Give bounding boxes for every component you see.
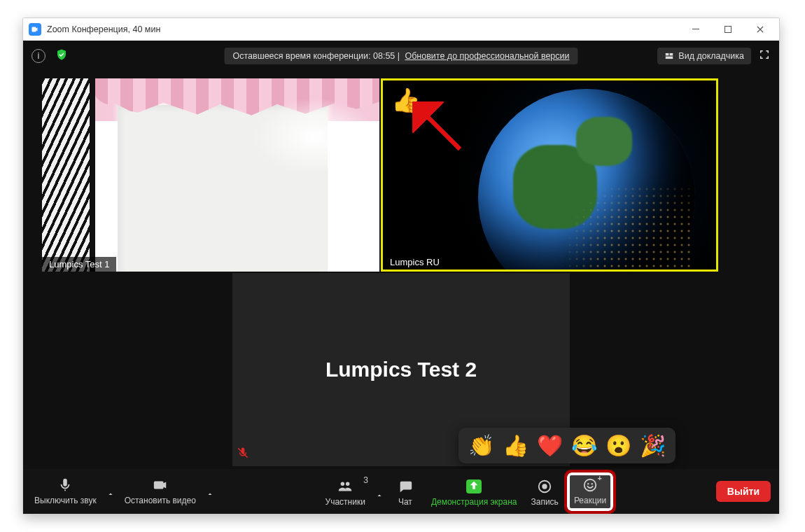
chat-label: Чат [398,497,412,507]
participants-chevron[interactable] [372,491,386,512]
meeting-stage: i Оставшееся время конференции: 08:55 | … [23,41,779,514]
reaction-heart[interactable]: ❤️ [537,433,563,458]
video-grid: Lumpics Test 1 👍 Lumpics RU [23,78,779,466]
mute-label: Выключить звук [34,496,97,505]
reaction-open-mouth[interactable]: 😮 [606,433,631,458]
reaction-thumbs-up[interactable]: 👍 [503,433,528,458]
video-tile-1[interactable]: Lumpics Test 1 [42,78,379,272]
record-label: Запись [531,497,559,507]
mute-button[interactable]: Выключить звук [27,472,104,511]
video-tile-2[interactable]: 👍 Lumpics RU [381,78,718,272]
chat-icon [398,478,413,495]
meeting-toolbar: Выключить звук Остановить видео 3 Участн… [23,469,779,514]
microphone-icon [57,477,73,493]
close-button[interactable] [744,18,776,41]
share-screen-button[interactable]: Демонстрация экрана [424,474,524,512]
participants-count-badge: 3 [363,475,368,485]
titlebar: Zoom Конференция, 40 мин [23,18,779,41]
fullscreen-icon[interactable] [758,48,771,64]
top-overlay-bar: i Оставшееся время конференции: 08:55 | … [23,46,779,66]
window-controls [680,18,776,41]
encryption-shield-icon[interactable] [55,48,68,64]
svg-rect-1 [725,27,732,33]
participant-name-tag: Lumpics Test 1 [42,257,116,272]
participants-label: Участники [326,497,365,507]
participants-icon [337,478,353,495]
camera-icon [153,477,168,493]
muted-mic-icon [237,447,249,462]
reactions-label: Реакции [574,496,606,505]
record-icon [537,478,552,495]
reactions-smile-icon [582,477,598,493]
minimize-button[interactable] [680,18,712,41]
timer-text: Оставшееся время конференции: 08:55 [232,51,395,61]
annotation-arrow-icon [412,102,468,158]
svg-rect-3 [670,53,673,56]
participants-button[interactable]: 3 Участники [318,474,372,512]
share-icon [466,478,482,495]
reaction-tada[interactable]: 🎉 [640,433,666,458]
svg-point-7 [542,484,547,489]
reactions-button[interactable]: Реакции [566,471,615,512]
svg-point-10 [592,482,593,484]
share-label: Демонстрация экрана [431,497,517,507]
video-options-chevron[interactable] [203,490,217,511]
video-feed-room [42,78,379,272]
record-button[interactable]: Запись [524,474,566,512]
reaction-clap[interactable]: 👏 [468,433,494,458]
svg-rect-4 [666,57,673,59]
svg-rect-2 [666,53,669,56]
app-window: Zoom Конференция, 40 мин i Оставшееся вр… [22,18,780,514]
info-icon[interactable]: i [31,49,46,63]
reactions-popup: 👏 👍 ❤️ 😂 😮 🎉 [458,428,676,463]
stop-video-label: Остановить видео [125,496,196,505]
svg-point-8 [584,479,596,491]
leave-button[interactable]: Выйти [716,481,771,502]
window-title: Zoom Конференция, 40 мин [47,24,680,34]
chat-button[interactable]: Чат [386,474,424,512]
svg-point-9 [587,482,589,484]
svg-rect-0 [692,29,699,29]
maximize-button[interactable] [712,18,744,41]
speaker-view-button[interactable]: Вид докладчика [657,48,751,64]
reaction-joy[interactable]: 😂 [571,433,597,458]
zoom-app-icon [29,23,41,36]
stop-video-button[interactable]: Остановить видео [118,472,203,511]
upgrade-link[interactable]: Обновите до профессиональной версии [405,51,569,61]
audio-options-chevron[interactable] [104,490,118,511]
participant-name-tag: Lumpics RU [383,255,447,270]
speaker-view-label: Вид докладчика [678,51,744,61]
meeting-timer-banner: Оставшееся время конференции: 08:55 | Об… [224,48,578,64]
